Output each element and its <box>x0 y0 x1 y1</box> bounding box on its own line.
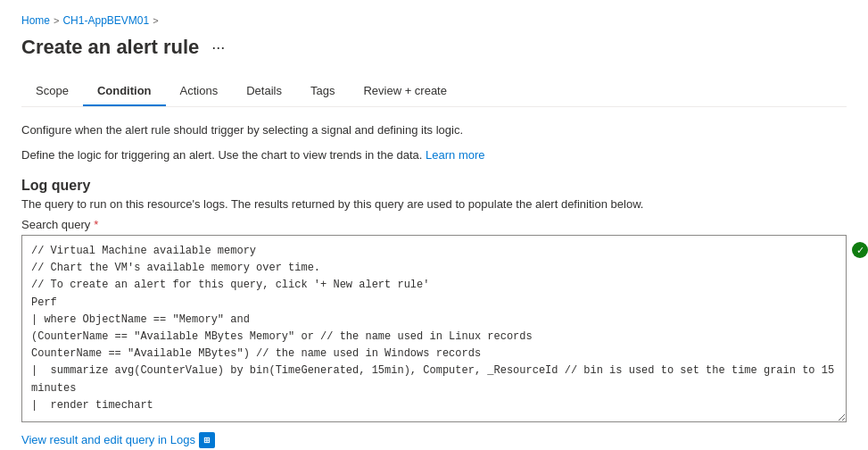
required-indicator: * <box>94 218 98 231</box>
search-query-label: Search query * <box>21 218 847 231</box>
tab-condition[interactable]: Condition <box>83 77 166 106</box>
breadcrumb-home[interactable]: Home <box>21 14 50 27</box>
breadcrumb-sep1: > <box>54 15 59 26</box>
tab-tags[interactable]: Tags <box>296 77 349 106</box>
tabs-container: Scope Condition Actions Details Tags Rev… <box>21 77 847 107</box>
view-result-label: View result and edit query in Logs <box>21 433 195 446</box>
breadcrumb: Home > CH1-AppBEVM01 > <box>21 14 847 27</box>
page-title-row: Create an alert rule ··· <box>21 36 847 59</box>
breadcrumb-resource[interactable]: CH1-AppBEVM01 <box>62 14 149 27</box>
view-result-link[interactable]: View result and edit query in Logs ⊞ <box>21 432 847 448</box>
learn-more-link[interactable]: Learn more <box>426 148 484 162</box>
search-query-input[interactable] <box>21 235 847 422</box>
tab-actions[interactable]: Actions <box>166 77 233 106</box>
breadcrumb-sep2: > <box>153 15 158 26</box>
log-query-section-title: Log query <box>21 178 847 194</box>
tab-details[interactable]: Details <box>232 77 296 106</box>
success-icon: ✓ <box>852 242 868 258</box>
tab-review-create[interactable]: Review + create <box>349 77 461 106</box>
description-line1: Configure when the alert rule should tri… <box>21 121 847 139</box>
ellipsis-button[interactable]: ··· <box>206 37 230 59</box>
logs-icon: ⊞ <box>199 432 215 448</box>
description-line2: Define the logic for triggering an alert… <box>21 146 847 164</box>
query-container: ✓ <box>21 235 847 425</box>
page-title: Create an alert rule <box>21 36 199 59</box>
log-query-section-desc: The query to run on this resource's logs… <box>21 197 847 211</box>
tab-scope[interactable]: Scope <box>21 77 83 106</box>
